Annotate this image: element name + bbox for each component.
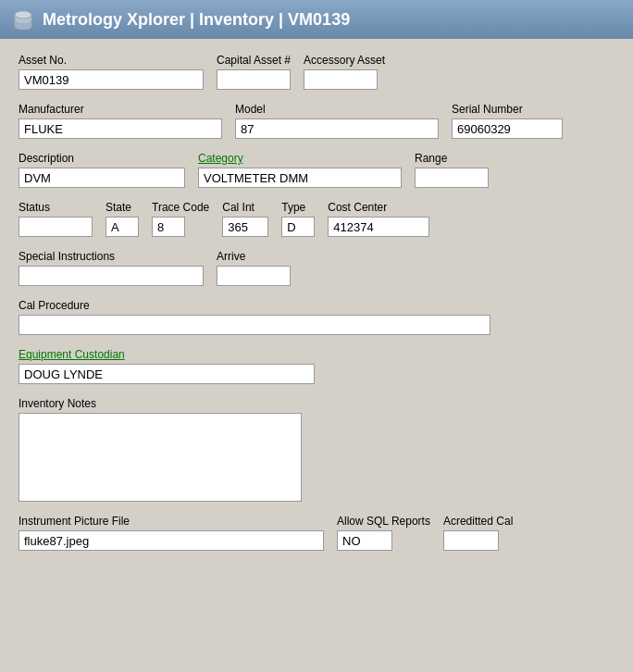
input-status[interactable] xyxy=(19,217,93,237)
field-special-instructions: Special Instructions xyxy=(19,250,204,286)
field-cal-int: Cal Int xyxy=(222,201,268,237)
label-special-instructions: Special Instructions xyxy=(19,250,204,263)
field-instrument-picture-file: Instrument Picture File xyxy=(19,515,324,551)
field-accredited-cal: Acreditted Cal xyxy=(443,515,513,551)
field-type: Type xyxy=(281,201,315,237)
field-equipment-custodian: Equipment Custodian xyxy=(19,348,315,384)
row-cal-procedure: Cal Procedure xyxy=(19,299,614,335)
input-arrive[interactable] xyxy=(217,266,291,286)
label-asset-no: Asset No. xyxy=(19,54,204,67)
label-type: Type xyxy=(281,201,315,214)
row-special: Special Instructions Arrive xyxy=(19,250,614,286)
label-accessory-asset: Accessory Asset xyxy=(304,54,385,67)
label-accredited-cal: Acreditted Cal xyxy=(443,515,513,528)
form-area: Asset No. Capital Asset # Accessory Asse… xyxy=(0,39,633,579)
field-serial-number: Serial Number xyxy=(452,103,563,139)
label-inventory-notes: Inventory Notes xyxy=(19,397,302,410)
field-category: Category xyxy=(198,152,402,188)
input-cost-center[interactable] xyxy=(328,217,429,237)
database-icon xyxy=(13,9,33,30)
field-cost-center: Cost Center xyxy=(328,201,429,237)
field-asset-no: Asset No. xyxy=(19,54,204,90)
field-status: Status xyxy=(19,201,93,237)
label-manufacturer: Manufacturer xyxy=(19,103,222,116)
input-type[interactable] xyxy=(281,217,315,237)
input-inventory-notes[interactable] xyxy=(19,413,302,502)
input-model[interactable] xyxy=(235,118,439,139)
label-allow-sql-reports: Allow SQL Reports xyxy=(337,515,430,528)
row-custodian: Equipment Custodian xyxy=(19,348,614,384)
input-cal-procedure[interactable] xyxy=(19,315,490,335)
input-asset-no[interactable] xyxy=(19,69,204,90)
input-serial-number[interactable] xyxy=(452,118,563,139)
field-model: Model xyxy=(235,103,439,139)
label-description: Description xyxy=(19,152,185,165)
label-cal-int: Cal Int xyxy=(222,201,268,214)
input-accessory-asset[interactable] xyxy=(304,69,378,90)
row-manufacturer: Manufacturer Model Serial Number xyxy=(19,103,614,139)
label-serial-number: Serial Number xyxy=(452,103,563,116)
field-trace-code: Trace Code xyxy=(152,201,209,237)
label-capital-asset: Capital Asset # xyxy=(217,54,291,67)
input-accredited-cal[interactable] xyxy=(443,530,499,551)
input-capital-asset[interactable] xyxy=(217,69,291,90)
row-picture-file: Instrument Picture File Allow SQL Report… xyxy=(19,515,614,551)
input-trace-code[interactable] xyxy=(152,217,185,237)
field-cal-procedure: Cal Procedure xyxy=(19,299,490,335)
app-title: Metrology Xplorer | Inventory | VM0139 xyxy=(43,10,350,30)
title-bar: Metrology Xplorer | Inventory | VM0139 xyxy=(0,0,633,39)
label-cost-center: Cost Center xyxy=(328,201,429,214)
label-equipment-custodian[interactable]: Equipment Custodian xyxy=(19,348,315,361)
input-cal-int[interactable] xyxy=(222,217,268,237)
field-arrive: Arrive xyxy=(217,250,291,286)
label-range: Range xyxy=(415,152,489,165)
row-asset: Asset No. Capital Asset # Accessory Asse… xyxy=(19,54,614,90)
field-range: Range xyxy=(415,152,489,188)
field-accessory-asset: Accessory Asset xyxy=(304,54,385,90)
label-model: Model xyxy=(235,103,439,116)
label-state: State xyxy=(106,201,139,214)
input-range[interactable] xyxy=(415,168,489,188)
label-cal-procedure: Cal Procedure xyxy=(19,299,490,312)
field-state: State xyxy=(106,201,139,237)
input-special-instructions[interactable] xyxy=(19,266,204,286)
field-allow-sql-reports: Allow SQL Reports xyxy=(337,515,430,551)
input-equipment-custodian[interactable] xyxy=(19,364,315,384)
field-description: Description xyxy=(19,152,185,188)
field-inventory-notes: Inventory Notes xyxy=(19,397,302,502)
input-manufacturer[interactable] xyxy=(19,118,222,139)
label-status: Status xyxy=(19,201,93,214)
field-manufacturer: Manufacturer xyxy=(19,103,222,139)
row-inventory-notes: Inventory Notes xyxy=(19,397,614,502)
label-arrive: Arrive xyxy=(217,250,291,263)
input-allow-sql-reports[interactable] xyxy=(337,530,392,551)
input-state[interactable] xyxy=(106,217,139,237)
label-trace-code: Trace Code xyxy=(152,201,209,214)
label-instrument-picture-file: Instrument Picture File xyxy=(19,515,324,528)
row-status: Status State Trace Code Cal Int Type Cos… xyxy=(19,201,614,237)
input-instrument-picture-file[interactable] xyxy=(19,530,324,551)
field-capital-asset: Capital Asset # xyxy=(217,54,291,90)
row-description: Description Category Range xyxy=(19,152,614,188)
label-category[interactable]: Category xyxy=(198,152,402,165)
input-category[interactable] xyxy=(198,168,402,188)
input-description[interactable] xyxy=(19,168,185,188)
